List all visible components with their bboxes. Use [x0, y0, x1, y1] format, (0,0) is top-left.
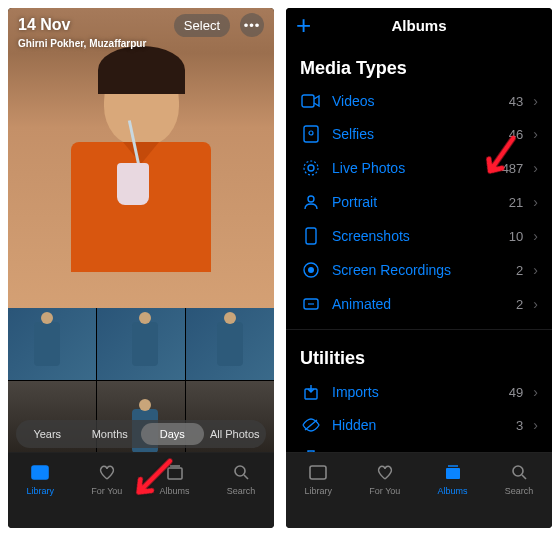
chevron-right-icon: › [533, 228, 538, 244]
screenshot-icon [300, 227, 322, 245]
svg-point-17 [513, 466, 523, 476]
live-photos-icon [300, 159, 322, 177]
svg-point-9 [308, 196, 314, 202]
thumb[interactable] [186, 308, 274, 380]
segment-all-photos[interactable]: All Photos [204, 423, 267, 445]
tab-bar: Library For You Albums Search [286, 452, 552, 528]
tab-library[interactable]: Library [305, 461, 333, 496]
tab-for-you[interactable]: For You [369, 461, 400, 496]
row-hidden[interactable]: Hidden 3 › [286, 409, 552, 441]
chevron-right-icon: › [533, 93, 538, 109]
segment-months[interactable]: Months [79, 423, 142, 445]
screen-recording-icon [300, 261, 322, 279]
library-header: 14 Nov Select ••• [8, 8, 274, 42]
albums-icon [442, 461, 464, 483]
imports-icon [300, 383, 322, 401]
row-recently-deleted[interactable]: Recently Deleted 57 › [286, 441, 552, 452]
more-button[interactable]: ••• [240, 13, 264, 37]
svg-rect-2 [168, 468, 182, 479]
segment-days[interactable]: Days [141, 423, 204, 445]
select-button[interactable]: Select [174, 14, 230, 37]
albums-icon [164, 461, 186, 483]
library-icon [307, 461, 329, 483]
page-title: Albums [391, 17, 446, 34]
svg-rect-15 [310, 466, 326, 479]
portrait-icon [300, 193, 322, 211]
row-live-photos[interactable]: Live Photos 487 › [286, 151, 552, 185]
svg-point-7 [304, 161, 318, 175]
hidden-icon [300, 418, 322, 432]
chevron-right-icon: › [533, 417, 538, 433]
segment-years[interactable]: Years [16, 423, 79, 445]
row-videos[interactable]: Videos 43 › [286, 85, 552, 117]
heart-icon [374, 461, 396, 483]
animated-icon [300, 295, 322, 313]
photos-library-screen: 14 Nov Select ••• Ghirni Pokher, Muzaffa… [8, 8, 274, 528]
svg-point-12 [308, 267, 314, 273]
svg-rect-4 [302, 95, 314, 107]
row-screen-recordings[interactable]: Screen Recordings 2 › [286, 253, 552, 287]
tab-bar: Library For You Albums Search [8, 452, 274, 528]
thumb[interactable] [97, 308, 185, 380]
selfie-icon [300, 125, 322, 143]
location-subtitle: Ghirni Pokher, Muzaffarpur [18, 38, 146, 49]
svg-point-8 [308, 165, 314, 171]
tab-albums[interactable]: Albums [438, 461, 468, 496]
row-animated[interactable]: Animated 2 › [286, 287, 552, 321]
svg-point-6 [309, 131, 313, 135]
svg-point-3 [235, 466, 245, 476]
tab-library[interactable]: Library [27, 461, 55, 496]
heart-icon [96, 461, 118, 483]
tab-search[interactable]: Search [227, 461, 256, 496]
tab-for-you[interactable]: For You [91, 461, 122, 496]
svg-rect-10 [306, 228, 316, 244]
chevron-right-icon: › [533, 126, 538, 142]
row-selfies[interactable]: Selfies 46 › [286, 117, 552, 151]
svg-rect-5 [304, 126, 318, 142]
svg-rect-16 [446, 468, 460, 479]
tab-albums[interactable]: Albums [160, 461, 190, 496]
section-media-types: Media Types [286, 48, 552, 85]
date-heading: 14 Nov [18, 16, 70, 34]
video-icon [300, 94, 322, 108]
chevron-right-icon: › [533, 194, 538, 210]
search-icon [508, 461, 530, 483]
section-utilities: Utilities [286, 338, 552, 375]
albums-screen: + Albums Media Types Videos 43 › Selfies… [286, 8, 552, 528]
divider [286, 329, 552, 330]
chevron-right-icon: › [533, 384, 538, 400]
row-screenshots[interactable]: Screenshots 10 › [286, 219, 552, 253]
search-icon [230, 461, 252, 483]
row-portrait[interactable]: Portrait 21 › [286, 185, 552, 219]
row-imports[interactable]: Imports 49 › [286, 375, 552, 409]
main-photo[interactable] [8, 8, 274, 308]
albums-header: + Albums [286, 8, 552, 42]
add-button[interactable]: + [296, 10, 311, 41]
view-segmented-control[interactable]: Years Months Days All Photos [16, 420, 266, 448]
chevron-right-icon: › [533, 160, 538, 176]
library-icon [29, 461, 51, 483]
chevron-right-icon: › [533, 262, 538, 278]
svg-rect-1 [32, 466, 48, 479]
tab-search[interactable]: Search [505, 461, 534, 496]
thumb[interactable] [8, 308, 96, 380]
chevron-right-icon: › [533, 296, 538, 312]
